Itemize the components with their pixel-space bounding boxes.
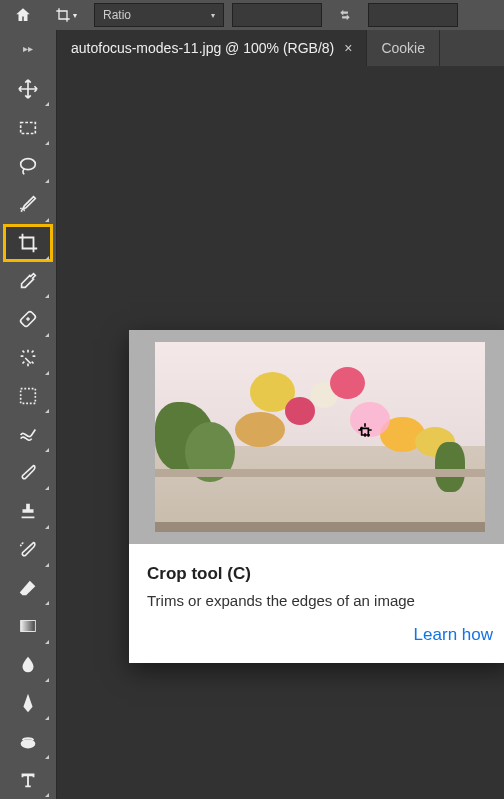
tool-tooltip: Crop tool (C) Trims or expands the edges… xyxy=(129,330,504,663)
frame-tool[interactable] xyxy=(3,377,53,415)
canvas-area[interactable]: Crop tool (C) Trims or expands the edges… xyxy=(57,66,504,799)
brush-tool[interactable] xyxy=(3,454,53,492)
gradient-tool[interactable] xyxy=(3,607,53,645)
tooltip-body: Crop tool (C) Trims or expands the edges… xyxy=(129,544,504,663)
close-tab-button[interactable]: × xyxy=(344,40,352,56)
document-tab-bar: ▸▸ autofocus-modes-11.jpg @ 100% (RGB/8)… xyxy=(0,30,504,66)
smudge-tool[interactable] xyxy=(3,415,53,453)
crop-ratio-select[interactable]: Ratio ▾ xyxy=(94,3,224,27)
svg-rect-5 xyxy=(21,621,36,632)
tooltip-title: Crop tool (C) xyxy=(147,564,493,584)
document-tab-active[interactable]: autofocus-modes-11.jpg @ 100% (RGB/8) × xyxy=(57,30,367,66)
move-tool[interactable] xyxy=(3,70,53,108)
document-tab-title: autofocus-modes-11.jpg @ 100% (RGB/8) xyxy=(71,40,334,56)
sponge-tool[interactable] xyxy=(3,722,53,760)
options-bar: ▾ Ratio ▾ xyxy=(0,0,504,30)
blur-tool[interactable] xyxy=(3,646,53,684)
history-brush-tool[interactable] xyxy=(3,531,53,569)
main-area: Crop tool (C) Trims or expands the edges… xyxy=(0,66,504,799)
crop-height-input[interactable] xyxy=(368,3,458,27)
svg-point-6 xyxy=(21,739,36,748)
stamp-tool[interactable] xyxy=(3,492,53,530)
document-tab-inactive[interactable]: Cookie xyxy=(367,30,440,66)
tooltip-preview-image xyxy=(129,330,504,544)
expand-panels-button[interactable]: ▸▸ xyxy=(0,30,57,66)
toolbar xyxy=(0,66,57,799)
crop-tool[interactable] xyxy=(3,224,53,262)
crop-width-input[interactable] xyxy=(232,3,322,27)
learn-how-link[interactable]: Learn how xyxy=(147,625,493,645)
tool-preset-picker[interactable]: ▾ xyxy=(46,3,86,27)
type-tool[interactable] xyxy=(3,761,53,799)
svg-rect-4 xyxy=(21,389,36,404)
home-button[interactable] xyxy=(8,3,38,27)
pen-tool[interactable] xyxy=(3,684,53,722)
svg-point-1 xyxy=(21,159,36,170)
chevron-down-icon: ▾ xyxy=(211,11,215,20)
heal-tool[interactable] xyxy=(3,300,53,338)
tooltip-description: Trims or expands the edges of an image xyxy=(147,592,493,609)
document-tab-title: Cookie xyxy=(381,40,425,56)
lasso-tool[interactable] xyxy=(3,147,53,185)
svg-rect-0 xyxy=(21,122,36,133)
crop-ratio-label: Ratio xyxy=(103,8,131,22)
marquee-tool[interactable] xyxy=(3,108,53,146)
eraser-tool[interactable] xyxy=(3,569,53,607)
wand-tool[interactable] xyxy=(3,339,53,377)
eyedropper-tool[interactable] xyxy=(3,262,53,300)
brush-select-tool[interactable] xyxy=(3,185,53,223)
swap-dimensions-button[interactable] xyxy=(330,3,360,27)
